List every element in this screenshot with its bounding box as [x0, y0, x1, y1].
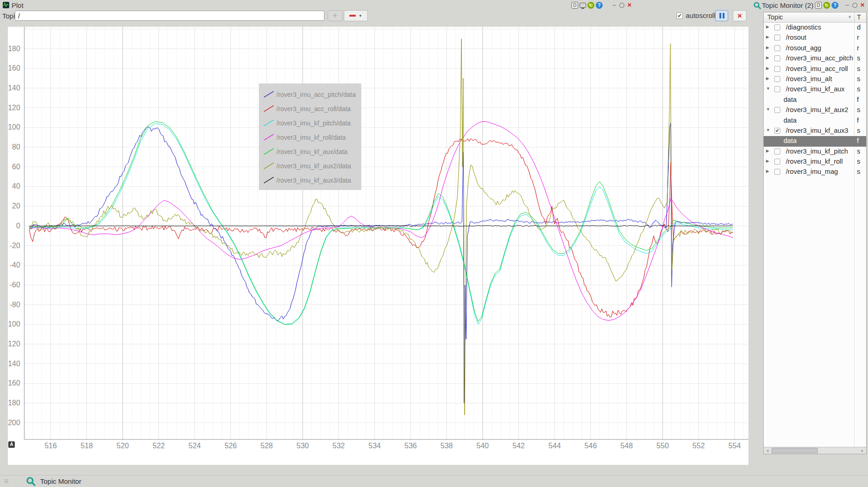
remove-topic-button[interactable]: ▼ — [344, 10, 368, 21]
dock-icon[interactable]: D — [571, 2, 578, 9]
topic-tree: ▶/diagnosticsd▶/rosoutr▶/rosout_aggr▶/ro… — [764, 23, 866, 447]
topic-row[interactable]: ▼/rover3_imu_kf_auxs — [764, 84, 866, 95]
topic-checkbox[interactable] — [774, 35, 780, 41]
topic-checkbox[interactable] — [774, 86, 780, 92]
autoscale-button[interactable]: A — [8, 441, 15, 448]
svg-text:542: 542 — [513, 442, 525, 450]
svg-text:554: 554 — [729, 442, 741, 450]
topic-row[interactable]: ▶/rover3_imu_kf_pitchs — [764, 147, 866, 157]
svg-text:536: 536 — [405, 442, 417, 450]
topic-checkbox[interactable] — [774, 169, 780, 175]
svg-text:60: 60 — [12, 163, 20, 171]
topic-row-label: data — [784, 117, 796, 124]
maximize-button[interactable] — [852, 3, 857, 8]
expand-icon[interactable]: ▶ — [766, 148, 769, 153]
legend-entry: /rover3_imu_acc_roll/data — [263, 101, 361, 116]
topic-row[interactable]: dataf — [764, 116, 866, 126]
topic-row[interactable]: ▼/rover3_imu_kf_aux2s — [764, 105, 866, 115]
plot-toolbar: Topic + ▼ ✔ autoscroll ✕ — [0, 10, 751, 23]
minimize-button[interactable]: – — [611, 1, 618, 9]
reload-icon[interactable]: ↻ — [823, 2, 830, 9]
maximize-button[interactable] — [619, 3, 624, 8]
legend-line-sample — [263, 119, 276, 127]
horizontal-scrollbar[interactable]: ◂ ▸ — [764, 447, 866, 454]
collapse-icon[interactable]: ▼ — [766, 107, 770, 112]
topic-table: Topic ▼ T ▶/diagnosticsd▶/rosoutr▶/rosou… — [763, 12, 867, 454]
topic-row-type: s — [857, 158, 860, 165]
topic-checkbox[interactable]: ✔ — [774, 128, 780, 134]
topic-row-type: s — [857, 75, 860, 83]
expand-icon[interactable]: ▶ — [766, 76, 769, 81]
drag-grip-icon[interactable] — [5, 480, 8, 483]
scroll-left-icon[interactable]: ◂ — [764, 447, 771, 454]
add-topic-button[interactable]: + — [328, 10, 342, 21]
close-button[interactable]: ✕ — [626, 1, 633, 9]
topic-input[interactable] — [15, 11, 324, 21]
topic-table-header[interactable]: Topic ▼ T — [764, 12, 866, 23]
plot-app-icon — [2, 1, 10, 9]
collapse-icon[interactable]: ▼ — [766, 86, 770, 91]
topic-row[interactable]: ▶/diagnosticsd — [764, 23, 866, 33]
series-5 — [29, 122, 733, 325]
topic-row[interactable]: ▶/rosout_aggr — [764, 43, 866, 53]
topic-column-header[interactable]: Topic — [767, 13, 783, 21]
topic-checkbox[interactable] — [774, 159, 780, 165]
svg-text:-80: -80 — [10, 301, 20, 309]
topic-checkbox[interactable] — [774, 66, 780, 72]
topic-row-label: data — [784, 137, 796, 144]
topic-row[interactable]: dataf — [764, 136, 866, 146]
topic-checkbox[interactable] — [774, 148, 780, 154]
column-divider[interactable] — [854, 12, 855, 22]
collapse-icon[interactable]: ▼ — [766, 128, 770, 132]
topic-checkbox[interactable] — [774, 76, 780, 82]
svg-text:518: 518 — [80, 442, 93, 450]
topic-checkbox[interactable] — [774, 24, 780, 30]
help-icon[interactable]: ? — [832, 2, 838, 9]
pause-button[interactable] — [715, 10, 728, 21]
topic-row[interactable]: ▶/rover3_imu_acc_pitchs — [764, 53, 866, 64]
clear-button[interactable]: ✕ — [733, 10, 747, 21]
expand-icon[interactable]: ▶ — [766, 35, 769, 39]
topic-checkbox[interactable] — [774, 55, 780, 61]
topic-row[interactable]: ▶/rosoutr — [764, 33, 866, 43]
topic-row[interactable]: dataf — [764, 95, 866, 105]
legend-label: /rover3_imu_acc_roll/data — [276, 105, 351, 113]
topic-row[interactable]: ▼✔/rover3_imu_kf_aux3s — [764, 126, 866, 136]
series-1 — [29, 123, 733, 403]
svg-text:40: 40 — [12, 182, 20, 190]
scrollbar-thumb[interactable] — [772, 448, 818, 453]
svg-text:544: 544 — [549, 442, 561, 450]
expand-icon[interactable]: ▶ — [766, 159, 769, 163]
topic-row-label: /rover3_imu_kf_aux3 — [786, 127, 848, 134]
plot-canvas[interactable]: 180160140120100806040200-20-40-60-80-100… — [8, 27, 748, 465]
svg-text:534: 534 — [369, 442, 381, 450]
sort-indicator-icon: ▼ — [848, 15, 852, 19]
magnifier-icon — [26, 476, 36, 486]
topic-checkbox[interactable] — [774, 107, 780, 113]
screen-icon[interactable] — [580, 3, 586, 8]
scroll-right-icon[interactable]: ▸ — [859, 447, 866, 454]
reload-icon[interactable]: ↻ — [587, 2, 594, 9]
autoscroll-checkbox[interactable]: ✔ — [676, 12, 683, 19]
close-button[interactable]: ✕ — [859, 1, 866, 9]
legend-label: /rover3_imu_acc_pitch/data — [276, 91, 356, 98]
topic-row[interactable]: ▶/rover3_imu_kf_rolls — [764, 157, 866, 167]
topic-checkbox[interactable] — [774, 45, 780, 51]
topic-row[interactable]: ▶/rover3_imu_alts — [764, 74, 866, 84]
legend-entry: /rover3_imu_acc_pitch/data — [263, 87, 361, 101]
expand-icon[interactable]: ▶ — [766, 24, 769, 29]
help-icon[interactable]: ? — [596, 2, 603, 9]
bottom-tab-topic-monitor[interactable]: Topic Monitor — [40, 477, 81, 485]
expand-icon[interactable]: ▶ — [766, 66, 769, 71]
topic-row[interactable]: ▶/rover3_imu_mags — [764, 167, 866, 177]
minimize-button[interactable]: – — [844, 1, 851, 9]
svg-text:552: 552 — [693, 442, 705, 450]
svg-text:20: 20 — [12, 202, 20, 210]
topic-row-type: f — [857, 117, 859, 124]
dock-icon[interactable]: D — [815, 2, 822, 9]
expand-icon[interactable]: ▶ — [766, 45, 769, 50]
expand-icon[interactable]: ▶ — [766, 55, 769, 60]
type-column-header[interactable]: T — [857, 13, 861, 21]
expand-icon[interactable]: ▶ — [766, 169, 769, 173]
topic-row[interactable]: ▶/rover3_imu_acc_rolls — [764, 64, 866, 74]
